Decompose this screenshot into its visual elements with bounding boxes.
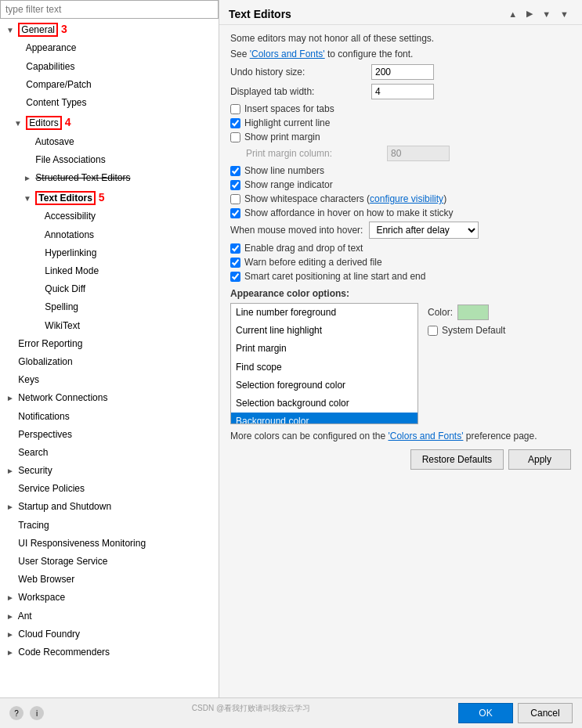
expand-arrow-annotations <box>33 229 42 242</box>
nav-back-button[interactable]: ▲ <box>504 6 521 21</box>
tree-item-workspace[interactable]: ► Workspace <box>0 589 219 607</box>
show-line-numbers-checkbox[interactable] <box>230 166 240 176</box>
show-affordance-checkbox[interactable] <box>230 208 240 218</box>
restore-defaults-button[interactable]: Restore Defaults <box>410 449 504 470</box>
insert-spaces-checkbox[interactable] <box>230 104 240 114</box>
expand-arrow-startup-shutdown: ► <box>6 501 16 514</box>
tree-item-web-browser[interactable]: Web Browser <box>0 571 219 589</box>
drag-drop-checkbox[interactable] <box>230 243 240 254</box>
tree-label-text-editors: Text Editors <box>38 193 92 204</box>
tree-item-notifications[interactable]: Notifications <box>0 408 219 426</box>
tree-item-perspectives[interactable]: Perspectives <box>0 426 219 444</box>
apply-button[interactable]: Apply <box>508 449 571 470</box>
tree-item-error-reporting[interactable]: Error Reporting <box>0 335 219 353</box>
tree-item-capabilities[interactable]: Capabilities <box>0 58 219 76</box>
color-right: Color: System Default <box>428 303 505 424</box>
color-item-selection-fg[interactable]: Selection foreground color <box>231 377 418 395</box>
color-swatch-row: Color: <box>428 305 505 320</box>
system-default-checkbox[interactable] <box>428 326 438 336</box>
tree-item-startup-shutdown[interactable]: ► Startup and Shutdown <box>0 498 219 516</box>
color-item-find-scope[interactable]: Find scope <box>231 359 418 377</box>
print-margin-col-input[interactable] <box>387 146 450 161</box>
tree-item-file-associations[interactable]: File Associations <box>0 151 219 169</box>
undo-input[interactable] <box>371 64 434 80</box>
color-item-print-margin[interactable]: Print margin <box>231 340 418 358</box>
nav-dropdown-button[interactable]: ▼ <box>538 6 555 21</box>
colors-fonts-link-1[interactable]: 'Colors and Fonts' <box>250 49 325 59</box>
color-swatch[interactable] <box>457 305 489 320</box>
tab-width-input[interactable] <box>371 84 434 99</box>
tree-item-annotations[interactable]: Annotations <box>0 226 219 244</box>
tree-item-content-types[interactable]: Content Types <box>0 94 219 112</box>
hover-dropdown[interactable]: Enrich after delay Never enrich Enrich i… <box>369 222 479 239</box>
tree-item-security[interactable]: ► Security <box>0 462 219 480</box>
configure-visibility-link[interactable]: configure visibility <box>370 193 443 204</box>
filter-input[interactable] <box>0 0 219 19</box>
show-whitespace-checkbox[interactable] <box>230 194 240 204</box>
smart-caret-row: Smart caret positioning at line start an… <box>230 271 571 282</box>
tree-label-accessibility: Accessibility <box>45 211 96 222</box>
expand-arrow-service-policies <box>6 483 16 496</box>
cancel-button[interactable]: Cancel <box>518 703 573 723</box>
print-margin-checkbox[interactable] <box>230 132 240 142</box>
tree-item-keys[interactable]: Keys <box>0 371 219 389</box>
tree-label-web-browser: Web Browser <box>18 574 74 585</box>
tree-item-linked-mode[interactable]: Linked Mode <box>0 262 219 280</box>
warn-derived-checkbox[interactable] <box>230 258 240 268</box>
undo-row: Undo history size: <box>230 64 571 80</box>
info-icon[interactable]: i <box>30 706 44 720</box>
tree-item-text-editors[interactable]: ▼ Text Editors5 <box>0 187 219 207</box>
tree-item-wikitext[interactable]: WikiText <box>0 317 219 335</box>
nav-forward-button[interactable]: ▶ <box>522 6 537 21</box>
tree-item-spelling[interactable]: Spelling <box>0 298 219 316</box>
colors-fonts-link-2[interactable]: 'Colors and Fonts' <box>388 431 463 441</box>
tree-label-quick-diff: Quick Diff <box>45 283 85 294</box>
color-item-background-color[interactable]: Background color <box>231 413 418 424</box>
tree-item-accessibility[interactable]: Accessibility <box>0 207 219 225</box>
nav-menu-button[interactable]: ▼ <box>556 6 573 21</box>
expand-arrow-keys <box>6 374 16 387</box>
highlight-line-label: Highlight current line <box>244 117 330 128</box>
expand-arrow-content-types <box>14 97 23 110</box>
tree-label-hyperlinking: Hyperlinking <box>45 247 96 258</box>
color-item-selection-bg[interactable]: Selection background color <box>231 395 418 413</box>
tree-item-autosave[interactable]: Autosave <box>0 133 219 151</box>
drag-drop-row: Enable drag and drop of text <box>230 243 571 254</box>
system-default-row: System Default <box>428 325 505 336</box>
tree-item-structured-text[interactable]: ► Structured Text Editors <box>0 169 219 187</box>
tree-item-user-storage[interactable]: User Storage Service <box>0 553 219 571</box>
tree-item-search[interactable]: Search <box>0 444 219 462</box>
color-item-current-line[interactable]: Current line highlight <box>231 322 418 340</box>
tree-item-editors[interactable]: ▼ Editors4 <box>0 112 219 132</box>
more-colors-label-1: More colors can be configured on the <box>230 431 385 441</box>
smart-caret-checkbox[interactable] <box>230 272 240 282</box>
right-header: Text Editors ▲ ▶ ▼ ▼ <box>219 0 582 25</box>
tree-item-appearance[interactable]: Appearance <box>0 39 219 57</box>
tree-item-quick-diff[interactable]: Quick Diff <box>0 280 219 298</box>
tree-item-ant[interactable]: ► Ant <box>0 607 219 625</box>
tree-item-service-policies[interactable]: Service Policies <box>0 480 219 498</box>
color-list[interactable]: Line number foregroundCurrent line highl… <box>230 303 418 424</box>
help-icon[interactable]: ? <box>9 706 23 720</box>
tree-item-cloud-foundry[interactable]: ► Cloud Foundry <box>0 625 219 643</box>
tree-item-general[interactable]: ▼ General3 <box>0 19 219 39</box>
highlight-line-checkbox[interactable] <box>230 118 240 128</box>
tree-item-compare-patch[interactable]: Compare/Patch <box>0 76 219 94</box>
expand-arrow-text-editors: ▼ <box>23 193 33 205</box>
expand-arrow-ant: ► <box>6 611 16 623</box>
ok-button[interactable]: OK <box>458 703 513 723</box>
expand-arrow-compare-patch <box>14 79 23 92</box>
tree-container: ▼ General3 Appearance Capabilities Compa… <box>0 19 219 697</box>
warn-derived-row: Warn before editing a derived file <box>230 257 571 268</box>
tree-label-annotations: Annotations <box>45 229 94 240</box>
tree-item-code-recommenders[interactable]: ► Code Recommenders <box>0 643 219 661</box>
tree-item-ui-responsiveness[interactable]: UI Responsiveness Monitoring <box>0 535 219 553</box>
show-range-checkbox[interactable] <box>230 180 240 190</box>
tree-item-network-connections[interactable]: ► Network Connections <box>0 389 219 407</box>
color-item-line-number-fg[interactable]: Line number foreground <box>231 304 418 322</box>
expand-arrow-cloud-foundry: ► <box>6 629 16 641</box>
tree-item-globalization[interactable]: Globalization <box>0 353 219 371</box>
tree-item-tracing[interactable]: Tracing <box>0 517 219 535</box>
tree-item-hyperlinking[interactable]: Hyperlinking <box>0 244 219 262</box>
tree-label-compare-patch: Compare/Patch <box>26 79 91 90</box>
